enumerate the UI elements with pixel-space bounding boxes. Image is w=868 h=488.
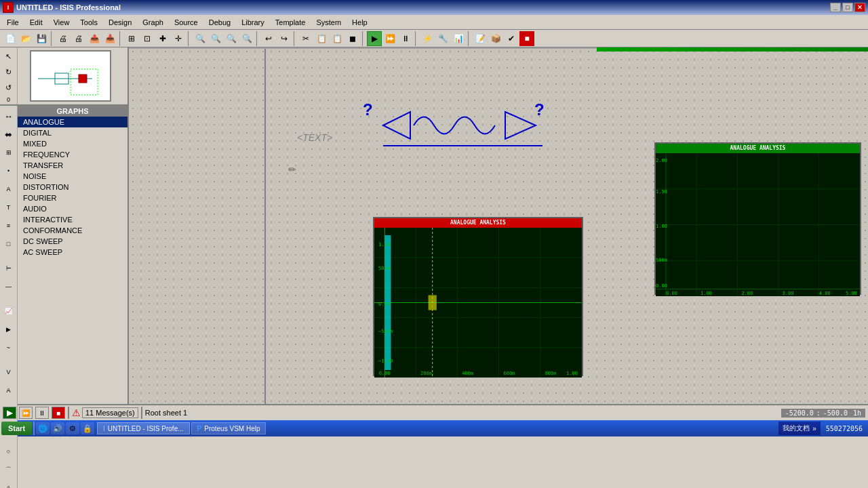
paste-button[interactable]: 📋 bbox=[330, 31, 344, 46]
graph-interactive[interactable]: INTERACTIVE bbox=[18, 214, 127, 225]
menu-view[interactable]: View bbox=[48, 17, 75, 28]
canvas-area[interactable]: ? ? <TEXT> ✏ ANALOGUE ANALYSIS bbox=[129, 47, 868, 404]
print-button[interactable]: 🖨 bbox=[56, 31, 71, 46]
undo-button[interactable]: ↩ bbox=[261, 31, 276, 46]
wire-button[interactable]: ✛ bbox=[171, 31, 186, 46]
menu-edit[interactable]: Edit bbox=[24, 17, 48, 28]
menu-file[interactable]: File bbox=[1, 17, 24, 28]
wire-label-tool[interactable]: A bbox=[1, 181, 17, 197]
rotate-ccw-tool[interactable]: ↺ bbox=[1, 81, 17, 95]
close-button[interactable]: ✕ bbox=[854, 3, 865, 12]
tape-tool[interactable]: ▶ bbox=[1, 321, 17, 338]
terminal-tool[interactable]: ⊢ bbox=[1, 260, 17, 277]
subcircuit-tool[interactable]: □ bbox=[1, 236, 17, 252]
tray-arrow[interactable]: » bbox=[812, 425, 816, 432]
menu-design[interactable]: Design bbox=[103, 17, 137, 28]
tray-icon-1[interactable]: 🌐 bbox=[36, 422, 50, 434]
copy-button[interactable]: 📋 bbox=[314, 31, 329, 46]
move-tool[interactable]: ↔ bbox=[1, 108, 17, 124]
tray-icon-3[interactable]: ⚙ bbox=[66, 422, 79, 434]
prop-button[interactable]: 📝 bbox=[473, 31, 488, 46]
import-button[interactable]: 📥 bbox=[102, 31, 117, 46]
graph-audio[interactable]: AUDIO bbox=[18, 203, 127, 214]
menu-graph[interactable]: Graph bbox=[137, 17, 169, 28]
tray-icon-2[interactable]: 🔊 bbox=[51, 422, 64, 434]
svg-text:200m: 200m bbox=[420, 371, 432, 376]
start-button[interactable]: Start bbox=[1, 422, 32, 435]
generator-tool[interactable]: ~ bbox=[1, 340, 17, 356]
redo-button[interactable]: ↪ bbox=[277, 31, 292, 46]
graph-widget-1[interactable]: ANALOGUE ANALYSIS bbox=[373, 217, 583, 376]
zoom-out-button[interactable]: 🔍 bbox=[208, 31, 223, 46]
taskbar-app2[interactable]: P Proteus VSM Help bbox=[191, 422, 267, 434]
menu-tools[interactable]: Tools bbox=[75, 17, 103, 28]
circle-tool[interactable]: ○ bbox=[1, 443, 17, 460]
sim-button[interactable]: ■ bbox=[519, 31, 534, 46]
messages-count[interactable]: 11 Message(s) bbox=[82, 407, 138, 418]
minimize-button[interactable]: _ bbox=[830, 3, 841, 12]
graph-analogue[interactable]: ANALOGUE bbox=[18, 117, 127, 127]
rotate-tool[interactable]: ↻ bbox=[1, 65, 17, 79]
cut-button[interactable]: ✂ bbox=[298, 31, 313, 46]
open-button[interactable]: 📂 bbox=[18, 31, 33, 46]
zoom-in-button[interactable]: 🔍 bbox=[193, 31, 208, 46]
graph-digital[interactable]: DIGITAL bbox=[18, 127, 127, 138]
text-tool[interactable]: T bbox=[1, 199, 17, 216]
maximize-button[interactable]: □ bbox=[842, 3, 853, 12]
flip-h-tool[interactable]: ⬌ bbox=[1, 126, 17, 142]
pause-button[interactable]: ⏸ bbox=[398, 31, 413, 46]
bus-tool[interactable]: ≡ bbox=[1, 218, 17, 234]
text2-tool[interactable]: A bbox=[1, 480, 17, 488]
bom-button[interactable]: 📊 bbox=[451, 31, 466, 46]
save-button[interactable]: 💾 bbox=[34, 31, 49, 46]
junction-tool[interactable]: • bbox=[1, 163, 17, 179]
netlist-button[interactable]: ⚡ bbox=[420, 31, 435, 46]
menu-help[interactable]: Help bbox=[347, 17, 373, 28]
menu-template[interactable]: Template bbox=[270, 17, 311, 28]
zoom-area-button[interactable]: 🔍 bbox=[224, 31, 239, 46]
svg-text:1.50: 1.50 bbox=[656, 189, 667, 195]
new-button[interactable]: 📄 bbox=[3, 31, 18, 46]
pause-button[interactable]: ⏸ bbox=[35, 407, 49, 419]
graph-mixed[interactable]: MIXED bbox=[18, 138, 127, 149]
add-button[interactable]: ✚ bbox=[155, 31, 170, 46]
graph-fourier[interactable]: FOURIER bbox=[18, 192, 127, 203]
menu-debug[interactable]: Debug bbox=[203, 17, 236, 28]
graph-transfer[interactable]: TRANSFER bbox=[18, 160, 127, 171]
graph-tool[interactable]: 📈 bbox=[1, 303, 17, 319]
device-pin-tool[interactable]: — bbox=[1, 279, 17, 295]
run-button[interactable]: ▶ bbox=[367, 31, 382, 46]
component-tool[interactable]: ⊞ bbox=[1, 144, 17, 161]
step-play-button[interactable]: ⏩ bbox=[19, 407, 33, 419]
tray-icon-4[interactable]: 🔒 bbox=[81, 422, 94, 434]
graph-frequency[interactable]: FREQUENCY bbox=[18, 149, 127, 160]
export-button[interactable]: 📤 bbox=[87, 31, 102, 46]
grid2-button[interactable]: ⊡ bbox=[140, 31, 155, 46]
menu-system[interactable]: System bbox=[311, 17, 347, 28]
mark-button[interactable]: ✔ bbox=[504, 31, 519, 46]
step-button[interactable]: ⏩ bbox=[382, 31, 397, 46]
play-button[interactable]: ▶ bbox=[3, 407, 16, 419]
volt-probe-tool[interactable]: V bbox=[1, 364, 17, 380]
taskbar-app1[interactable]: I UNTITLED - ISIS Profe... bbox=[97, 422, 189, 434]
stop-button[interactable]: ■ bbox=[52, 407, 65, 419]
graph-distortion[interactable]: DISTORTION bbox=[18, 182, 127, 192]
svg-text:2.00: 2.00 bbox=[656, 158, 667, 163]
graph-noise[interactable]: NOISE bbox=[18, 171, 127, 182]
zoom-fit-button[interactable]: 🔍 bbox=[239, 31, 254, 46]
design-button[interactable]: 🔧 bbox=[435, 31, 450, 46]
graph1-title: ANALOGUE ANALYSIS bbox=[374, 218, 582, 228]
graph-ac-sweep[interactable]: AC SWEEP bbox=[18, 247, 127, 258]
graph-widget-2[interactable]: ANALOGUE ANALYSIS bbox=[654, 142, 861, 295]
graph-conformance[interactable]: CONFORMANCE bbox=[18, 225, 127, 236]
block-button[interactable]: ◼ bbox=[345, 31, 360, 46]
print2-button[interactable]: 🖨 bbox=[71, 31, 86, 46]
models-button[interactable]: 📦 bbox=[488, 31, 503, 46]
graph-dc-sweep[interactable]: DC SWEEP bbox=[18, 236, 127, 247]
select-tool[interactable]: ↖ bbox=[1, 49, 17, 63]
menu-source[interactable]: Source bbox=[169, 17, 203, 28]
grid-button[interactable]: ⊞ bbox=[124, 31, 139, 46]
curr-probe-tool[interactable]: A bbox=[1, 382, 17, 399]
arc-tool[interactable]: ⌒ bbox=[1, 462, 17, 478]
menu-library[interactable]: Library bbox=[236, 17, 270, 28]
